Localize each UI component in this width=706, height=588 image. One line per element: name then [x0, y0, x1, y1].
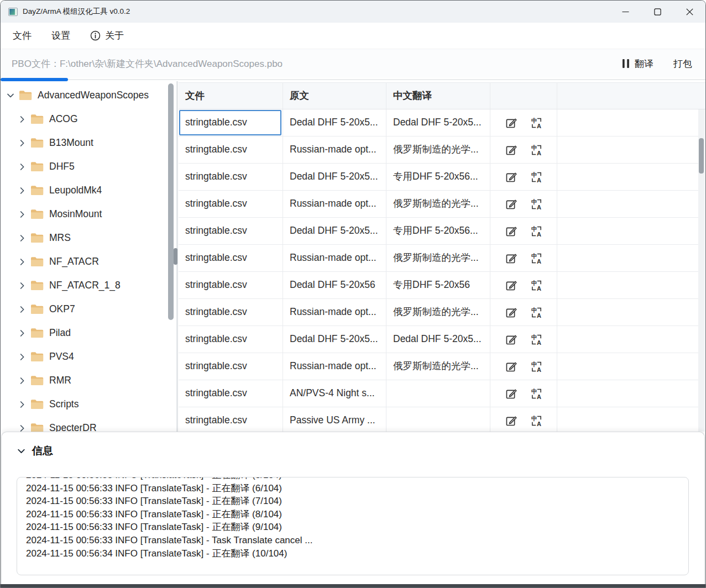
- filler-cell: [557, 109, 698, 136]
- translation-cell[interactable]: [386, 380, 490, 407]
- filler-cell: [557, 353, 698, 380]
- source-cell[interactable]: AN/PVS-4 Night s...: [283, 380, 386, 407]
- tree-scrollbar[interactable]: [168, 83, 174, 320]
- pack-button[interactable]: 打包: [673, 57, 692, 70]
- translate-row-button[interactable]: 中A: [530, 306, 543, 319]
- menu-about[interactable]: 关于: [90, 29, 124, 42]
- edit-button[interactable]: [504, 306, 517, 319]
- close-button[interactable]: [673, 1, 705, 23]
- tree-item-mosinmount[interactable]: MosinMount: [1, 202, 176, 226]
- minimize-button[interactable]: [609, 1, 641, 23]
- tree-item-okp7[interactable]: OKP7: [1, 297, 176, 321]
- translate-row-button[interactable]: 中A: [530, 224, 543, 238]
- source-cell[interactable]: Dedal DHF 5-20x5...: [283, 326, 386, 353]
- translate-row-button[interactable]: 中A: [530, 387, 543, 400]
- translation-cell[interactable]: 专用DHF 5-20x56: [386, 272, 490, 298]
- translate-row-button[interactable]: 中A: [530, 333, 543, 346]
- tree-item-acog[interactable]: ACOG: [1, 107, 176, 131]
- file-tree: AdvancedWeaponScopesACOGB13MountDHF5Leup…: [1, 81, 176, 432]
- file-cell[interactable]: stringtable.csv: [179, 380, 283, 407]
- tree-item-pilad[interactable]: Pilad: [1, 321, 176, 345]
- translation-cell[interactable]: Dedal DHF 5-20x5...: [386, 109, 490, 136]
- table-row: stringtable.csvDedal DHF 5-20x5...Dedal …: [179, 326, 698, 353]
- edit-button[interactable]: [504, 251, 517, 265]
- edit-button[interactable]: [504, 387, 517, 400]
- edit-icon: [505, 225, 517, 238]
- source-cell[interactable]: Dedal DHF 5-20x5...: [283, 109, 386, 136]
- info-panel: 信息 2024-11-15 00:56:33 INFO [TranslateTa…: [1, 432, 705, 584]
- edit-button[interactable]: [504, 279, 517, 292]
- file-cell[interactable]: stringtable.csv: [179, 299, 283, 326]
- source-cell[interactable]: Russian-made opt...: [283, 245, 386, 271]
- tree-item-rmr[interactable]: RMR: [1, 369, 176, 392]
- tree-item-mrs[interactable]: MRS: [1, 226, 176, 250]
- translation-cell[interactable]: 俄罗斯制造的光学...: [386, 299, 490, 326]
- file-cell[interactable]: stringtable.csv: [179, 218, 283, 244]
- file-cell[interactable]: stringtable.csv: [179, 109, 283, 136]
- file-cell[interactable]: stringtable.csv: [179, 407, 283, 432]
- translation-cell[interactable]: 俄罗斯制造的光学...: [386, 191, 490, 217]
- maximize-button[interactable]: [641, 1, 673, 23]
- source-cell[interactable]: Dedal DHF 5-20x5...: [283, 218, 386, 244]
- menu-settings[interactable]: 设置: [51, 29, 70, 42]
- tree-item-pvs4[interactable]: PVS4: [1, 345, 176, 369]
- panel-splitter-handle[interactable]: [174, 248, 177, 265]
- translate-row-button[interactable]: 中A: [530, 116, 543, 129]
- file-cell[interactable]: stringtable.csv: [179, 191, 283, 217]
- tree-item-root[interactable]: AdvancedWeaponScopes: [1, 83, 176, 107]
- translation-cell[interactable]: 俄罗斯制造的光学...: [386, 353, 490, 380]
- translation-cell[interactable]: [386, 407, 490, 432]
- source-cell[interactable]: Russian-made opt...: [283, 191, 386, 217]
- edit-button[interactable]: [504, 116, 517, 129]
- table-scrollbar[interactable]: [698, 109, 705, 432]
- edit-button[interactable]: [504, 143, 517, 156]
- translate-row-button[interactable]: 中A: [530, 170, 543, 183]
- info-panel-header[interactable]: 信息: [2, 432, 704, 458]
- file-cell[interactable]: stringtable.csv: [179, 136, 283, 163]
- translate-row-button[interactable]: 中A: [530, 414, 543, 427]
- edit-button[interactable]: [504, 360, 517, 373]
- menu-file[interactable]: 文件: [13, 29, 32, 42]
- translation-cell[interactable]: 俄罗斯制造的光学...: [386, 245, 490, 271]
- edit-button[interactable]: [504, 414, 517, 427]
- source-cell[interactable]: Passive US Army ...: [283, 407, 386, 432]
- table-scrollbar-thumb[interactable]: [699, 138, 704, 174]
- tree-item-dhf5[interactable]: DHF5: [1, 155, 176, 179]
- translate-row-button[interactable]: 中A: [530, 279, 543, 292]
- source-cell[interactable]: Dedal DHF 5-20x5...: [283, 164, 386, 190]
- file-cell[interactable]: stringtable.csv: [179, 272, 283, 298]
- translate-row-button[interactable]: 中A: [530, 251, 543, 265]
- tree-item-specterdr[interactable]: SpecterDR: [1, 416, 176, 432]
- file-cell[interactable]: stringtable.csv: [179, 326, 283, 353]
- translation-cell[interactable]: 专用DHF 5-20x56...: [386, 218, 490, 244]
- edit-button[interactable]: [504, 224, 517, 238]
- tree-item-nf_atacr_1_8[interactable]: NF_ATACR_1_8: [1, 274, 176, 297]
- translation-cell[interactable]: 俄罗斯制造的光学...: [386, 136, 490, 163]
- actions-cell: 中A: [490, 299, 557, 326]
- file-cell[interactable]: stringtable.csv: [179, 353, 283, 380]
- translate-row-button[interactable]: 中A: [530, 197, 543, 211]
- translation-table: 文件 原文 中文翻译 stringtable.csvDedal DHF 5-20…: [179, 81, 705, 432]
- file-cell[interactable]: stringtable.csv: [179, 245, 283, 271]
- source-cell[interactable]: Russian-made opt...: [283, 136, 386, 163]
- translate-row-button[interactable]: 中A: [530, 360, 543, 373]
- edit-button[interactable]: [504, 170, 517, 183]
- source-cell[interactable]: Russian-made opt...: [283, 353, 386, 380]
- pbo-path-label: PBO文件：F:\other\杂\新建文件夹\AdvancedWeaponSco…: [12, 57, 622, 70]
- log-box[interactable]: 2024-11-15 00:56:33 INFO [TranslateTask]…: [17, 477, 689, 575]
- tree-item-scripts[interactable]: Scripts: [1, 392, 176, 416]
- translation-cell[interactable]: 专用DHF 5-20x56...: [386, 164, 490, 190]
- tree-item-label: PVS4: [49, 351, 74, 363]
- translate-row-button[interactable]: 中A: [530, 143, 543, 156]
- source-cell[interactable]: Russian-made opt...: [283, 299, 386, 326]
- source-cell[interactable]: Dedal DHF 5-20x56: [283, 272, 386, 298]
- translate-button[interactable]: 翻译: [622, 57, 653, 70]
- translation-cell[interactable]: Dedal DHF 5-20x5...: [386, 326, 490, 353]
- tree-item-b13mount[interactable]: B13Mount: [1, 131, 176, 155]
- edit-button[interactable]: [504, 333, 517, 346]
- translate-icon: 中A: [530, 117, 543, 129]
- edit-button[interactable]: [504, 197, 517, 211]
- file-cell[interactable]: stringtable.csv: [179, 164, 283, 190]
- tree-item-nf_atacr[interactable]: NF_ATACR: [1, 250, 176, 274]
- tree-item-leupoldmk4[interactable]: LeupoldMk4: [1, 179, 176, 202]
